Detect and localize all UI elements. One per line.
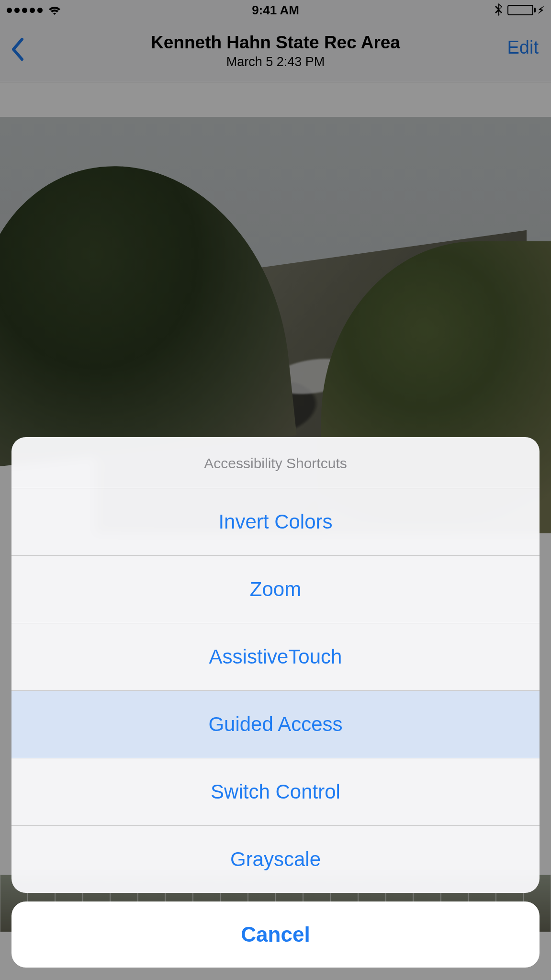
action-sheet-item-zoom[interactable]: Zoom bbox=[11, 556, 540, 623]
action-sheet-item-assistivetouch[interactable]: AssistiveTouch bbox=[11, 623, 540, 691]
action-sheet-item-grayscale[interactable]: Grayscale bbox=[11, 826, 540, 893]
action-sheet-item-switch-control[interactable]: Switch Control bbox=[11, 758, 540, 826]
action-sheet: Accessibility Shortcuts Invert Colors Zo… bbox=[11, 437, 540, 968]
action-sheet-title: Accessibility Shortcuts bbox=[11, 437, 540, 488]
action-sheet-item-invert-colors[interactable]: Invert Colors bbox=[11, 488, 540, 556]
cancel-button[interactable]: Cancel bbox=[11, 901, 540, 968]
action-sheet-panel: Accessibility Shortcuts Invert Colors Zo… bbox=[11, 437, 540, 893]
action-sheet-item-guided-access[interactable]: Guided Access bbox=[11, 691, 540, 758]
